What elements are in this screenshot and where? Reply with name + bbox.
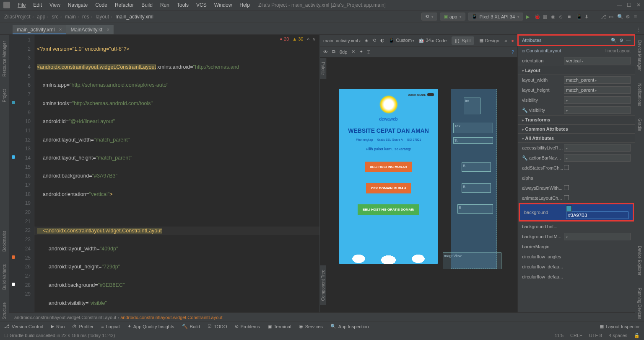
close-icon[interactable]: × [106, 27, 109, 33]
avd-icon[interactable]: 📱 [576, 14, 582, 20]
device-selector[interactable]: 📱 Pixel 3 XL API 34▾ [468, 13, 523, 21]
module-selector[interactable]: ▣ app▾ [440, 13, 465, 21]
menu-code[interactable]: Code [92, 1, 111, 9]
tab-mainactivity-kt[interactable]: MainActivity.kt× [66, 25, 114, 34]
attr-visibility[interactable]: visibility [518, 95, 635, 105]
component-tree-tab[interactable]: Component Tree [320, 265, 326, 305]
sidebar-gradle[interactable]: Gradle [636, 116, 643, 133]
sidebar-device-explorer[interactable]: Device Explorer [636, 244, 643, 278]
attach-debugger-icon[interactable]: ⎋ [559, 14, 565, 20]
tab-main-activity-xml[interactable]: main_activity.xml× [13, 25, 66, 34]
menu-build[interactable]: Build [138, 1, 156, 9]
default-margins[interactable]: 0dp [340, 49, 347, 54]
tab-logcat[interactable]: ≡ Logcat [101, 324, 119, 329]
palette-tab[interactable]: Palette [320, 58, 327, 79]
code-editor[interactable]: ● 20 ▲ 30 ʌ v 1234567 8 910111213 14 151… [9, 35, 319, 322]
attr-actionbar[interactable]: 🔧 actionBarNavMo... [518, 153, 635, 163]
design-error-icon[interactable]: ● [511, 38, 514, 43]
notifications-icon[interactable]: ≡ [634, 14, 640, 20]
section-transforms[interactable]: Transforms [518, 115, 635, 124]
tab-profiler[interactable]: ⏱ Profiler [72, 324, 93, 329]
inspect-up-icon[interactable]: ʌ [307, 36, 310, 41]
attr-cf-def1[interactable]: circularflow_defau... [518, 262, 635, 272]
tabs-overflow-icon[interactable]: ⋮ [632, 25, 644, 34]
attr-layout-width[interactable]: layout_width match_parent [518, 75, 635, 85]
menu-navigate[interactable]: Navigate [65, 1, 91, 9]
emulator-icon[interactable]: ▭ [609, 14, 615, 20]
caret-position[interactable]: 11:5 [555, 333, 564, 338]
settings-icon[interactable]: ⚙ [626, 14, 631, 20]
orientation-icon[interactable]: ⟲ [372, 38, 376, 43]
inspect-down-icon[interactable]: v [313, 36, 316, 41]
sdk-icon[interactable]: ⬇ [584, 14, 590, 20]
tab-version-control[interactable]: ⎇ Version Control [4, 324, 43, 329]
tab-problems[interactable]: ⊘ Problems [235, 324, 260, 329]
attr-cf-def2[interactable]: circularflow_defau... [518, 272, 635, 282]
menu-run[interactable]: Run [157, 1, 173, 9]
tab-run[interactable]: ▶ Run [51, 324, 65, 329]
guidelines-icon[interactable]: ⌶ [367, 49, 370, 54]
debug-icon[interactable]: 🐞 [534, 14, 540, 20]
infer-constraints-icon[interactable]: ✦ [359, 49, 363, 54]
attr-hide-icon[interactable]: — [626, 38, 631, 43]
magnet-icon[interactable]: ⧉ [332, 49, 335, 54]
attr-alpha[interactable]: alpha [518, 173, 635, 183]
view-mode-split[interactable]: ⫿⫿ Split [452, 36, 474, 45]
sidebar-project[interactable]: Project [1, 87, 8, 104]
tab-todo[interactable]: ☑ TODO [208, 324, 227, 329]
sidebar-build-variants[interactable]: Build Variants [1, 262, 8, 292]
close-icon[interactable]: × [59, 27, 62, 33]
menu-view[interactable]: View [46, 1, 64, 9]
sidebar-bookmarks[interactable]: Bookmarks [1, 229, 8, 254]
attr-search-icon[interactable]: 🔍 [611, 38, 617, 43]
attr-bgtint[interactable]: backgroundTint... [518, 222, 635, 232]
attr-accessibility[interactable]: accessibilityLiveRe... [518, 143, 635, 153]
attr-animatelayout[interactable]: animateLayoutCh... [518, 193, 635, 203]
file-encoding[interactable]: UTF-8 [589, 333, 602, 338]
background-input[interactable] [566, 211, 628, 219]
git-icon[interactable]: ⎇ [600, 14, 606, 20]
tab-app-quality[interactable]: ✦ App Quality Insights [127, 324, 174, 329]
tab-build[interactable]: 🔨 Build [182, 324, 200, 329]
stop-icon[interactable]: ■ [568, 14, 574, 20]
attr-settings-icon[interactable]: ⚙ [619, 38, 623, 43]
menu-vcs[interactable]: VCS [193, 1, 210, 9]
menu-window[interactable]: Window [211, 1, 236, 9]
help-icon[interactable]: ? [512, 49, 514, 54]
tab-layout-inspector[interactable]: ▦ Layout Inspector [600, 324, 640, 329]
tab-services[interactable]: ◉ Services [299, 324, 323, 329]
status-lock-icon[interactable]: 🔓 [634, 333, 640, 338]
surface-icon[interactable]: ◈ [365, 38, 368, 43]
attr-alwaysdrawn[interactable]: alwaysDrawnWith... [518, 183, 635, 193]
tab-terminal[interactable]: ▣ Terminal [267, 324, 291, 329]
view-mode-design[interactable]: ▦ Design [476, 36, 503, 45]
sync-gradle-button[interactable]: ⟲▾ [421, 13, 437, 21]
section-layout[interactable]: Layout [518, 66, 635, 75]
window-minimize-icon[interactable]: — [617, 2, 622, 8]
coverage-icon[interactable]: ▦ [543, 14, 548, 20]
attr-bgtintmode[interactable]: backgroundTintM... [518, 232, 635, 242]
attr-cf-angles[interactable]: circularflow_angles [518, 252, 635, 262]
section-common[interactable]: Common Attributes [518, 124, 635, 134]
view-mode-code[interactable]: ≡ Code [428, 36, 450, 45]
window-close-icon[interactable]: ✕ [636, 2, 641, 8]
window-maximize-icon[interactable]: ☐ [627, 2, 631, 8]
attr-layout-height[interactable]: layout_height match_parent [518, 85, 635, 95]
search-icon[interactable]: 🔍 [617, 14, 623, 20]
profile-icon[interactable]: ◉ [551, 14, 557, 20]
sidebar-resource-manager[interactable]: Resource Manager [1, 39, 8, 79]
error-count-icon[interactable]: ● 20 [280, 36, 289, 41]
sidebar-running-devices[interactable]: Running Devices [636, 286, 643, 322]
menu-refactor[interactable]: Refactor [112, 1, 137, 9]
menu-help[interactable]: Help [236, 1, 253, 9]
attr-addstates[interactable]: addStatesFromCh... [518, 163, 635, 173]
overflow-icon[interactable]: » [504, 38, 507, 43]
section-all[interactable]: All Attributes [518, 134, 635, 143]
sidebar-device-manager[interactable]: Device Manager [636, 38, 643, 73]
attr-tools-visibility[interactable]: 🔧 visibility [518, 105, 635, 115]
sidebar-structure[interactable]: Structure [1, 300, 8, 322]
warning-count-icon[interactable]: ▲ 30 [292, 36, 303, 41]
design-canvas[interactable]: DARK MODE dewaweb WEBSITE CEPAT DAN AMAN… [320, 57, 517, 322]
clear-constraints-icon[interactable]: ⨯ [351, 49, 355, 54]
gutter[interactable]: 1234567 8 910111213 14 15161718192021222… [9, 35, 34, 322]
